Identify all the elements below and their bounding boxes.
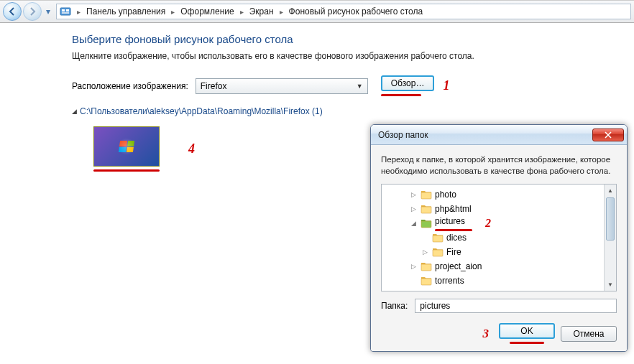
folder-icon (421, 261, 432, 271)
close-icon (605, 131, 612, 139)
tree-item[interactable]: dices (386, 230, 612, 245)
wallpaper-thumbnail[interactable] (93, 126, 160, 167)
tree-item[interactable]: ◢pictures2 (386, 216, 612, 230)
cancel-button[interactable]: Отмена (561, 326, 617, 342)
svg-rect-1 (62, 9, 65, 11)
tree-item[interactable]: ▷php&html (386, 202, 612, 216)
chevron-right-icon: ▸ (240, 8, 244, 16)
browse-button[interactable]: Обзор… (381, 75, 435, 91)
image-path-row[interactable]: ◢ C:\Пользователи\aleksey\AppData\Roamin… (72, 106, 617, 116)
location-value: Firefox (201, 81, 227, 91)
chevron-right-icon: ▸ (171, 8, 175, 16)
svg-rect-2 (66, 9, 69, 11)
image-path-text: C:\Пользователи\aleksey\AppData\Roaming\… (80, 106, 323, 116)
windows-logo-icon (119, 141, 134, 152)
breadcrumb-item[interactable]: Экран (247, 5, 277, 18)
annotation-underline (435, 229, 472, 231)
annotation-underline (93, 169, 160, 172)
expand-icon[interactable]: ◢ (409, 220, 418, 227)
folder-icon (421, 190, 432, 200)
breadcrumb-item[interactable]: Оформление (178, 5, 236, 18)
annotation-underline (510, 342, 544, 344)
folder-field[interactable] (415, 299, 617, 313)
expand-icon[interactable]: ▷ (421, 248, 429, 256)
tree-item-label: torrents (435, 276, 464, 286)
folder-icon (421, 218, 432, 228)
expand-icon[interactable]: ▷ (409, 191, 418, 198)
folder-icon (432, 247, 444, 257)
scroll-up-icon[interactable]: ▲ (605, 185, 616, 197)
explorer-navbar: ▾ ▸ Панель управления ▸ Оформление ▸ Экр… (0, 0, 634, 23)
annotation-2: 2 (485, 217, 491, 230)
ok-button-label: OK (520, 326, 533, 336)
close-button[interactable] (592, 129, 624, 141)
browse-folders-dialog: Обзор папок Переход к папке, в которой х… (370, 124, 628, 352)
tree-item-label: Fire (446, 247, 461, 257)
scrollbar-thumb[interactable] (606, 197, 615, 241)
scrollbar[interactable]: ▲ ▼ (604, 185, 616, 291)
dialog-message: Переход к папке, в которой хранится изоб… (381, 154, 617, 177)
chevron-right-icon: ▸ (77, 8, 81, 16)
tree-item-label: dices (446, 233, 467, 243)
expand-icon[interactable]: ▷ (409, 263, 418, 270)
breadcrumb-item[interactable]: Панель управления (83, 5, 168, 18)
svg-rect-3 (62, 12, 69, 14)
breadcrumb-item[interactable]: Фоновый рисунок рабочего стола (286, 5, 426, 18)
page-subtitle: Щелкните изображение, чтобы использовать… (72, 51, 617, 61)
cancel-button-label: Отмена (573, 329, 604, 339)
tree-item-label: pictures (435, 216, 472, 226)
tree-item-label: photo (435, 190, 456, 200)
tree-item[interactable]: ▷project_aion (386, 259, 612, 274)
expand-icon: ◢ (72, 108, 77, 115)
annotation-4: 4 (188, 141, 195, 157)
forward-button[interactable] (23, 2, 42, 21)
folder-icon (421, 276, 432, 286)
annotation-1: 1 (443, 78, 449, 93)
ok-button[interactable]: OK (499, 323, 555, 339)
browse-button-label: Обзор… (391, 78, 425, 88)
dialog-title-text: Обзор папок (378, 130, 428, 140)
breadcrumb-bar[interactable]: ▸ Панель управления ▸ Оформление ▸ Экран… (56, 4, 631, 19)
chevron-right-icon: ▸ (280, 8, 283, 16)
annotation-underline (381, 94, 421, 96)
tree-item-label: project_aion (435, 261, 482, 271)
folder-icon (432, 233, 444, 243)
tree-item[interactable]: torrents (386, 274, 612, 288)
page-title: Выберите фоновый рисунок рабочего стола (72, 33, 617, 45)
back-button[interactable] (3, 2, 22, 21)
folder-tree: ▷photo▷php&html◢pictures2dices▷Fire▷proj… (381, 184, 617, 291)
annotation-3: 3 (483, 327, 490, 341)
tree-item-label: php&html (435, 204, 472, 214)
folder-icon (421, 204, 432, 214)
control-panel-icon (60, 6, 71, 17)
tree-item[interactable]: ▷photo (386, 187, 612, 202)
folder-field-label: Папка: (381, 301, 408, 311)
dialog-titlebar[interactable]: Обзор папок (371, 125, 627, 145)
location-label: Расположение изображения: (72, 81, 188, 91)
scroll-down-icon[interactable]: ▼ (605, 279, 616, 291)
location-dropdown[interactable]: Firefox ▼ (196, 78, 368, 94)
nav-history-dropdown[interactable]: ▾ (43, 4, 53, 19)
chevron-down-icon: ▼ (357, 83, 363, 90)
expand-icon[interactable]: ▷ (409, 205, 418, 213)
tree-item[interactable]: ▷Fire (386, 245, 612, 259)
